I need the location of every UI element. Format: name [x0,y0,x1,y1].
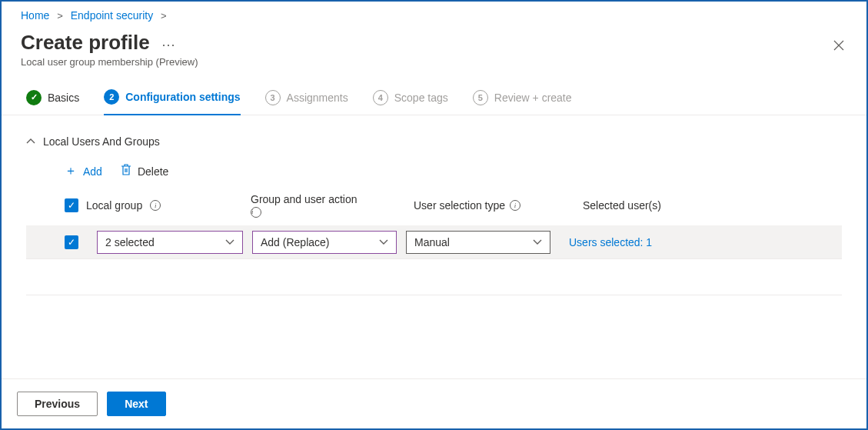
select-all-checkbox[interactable]: ✓ [65,198,78,212]
selected-users-link[interactable]: Users selected: 1 [560,236,652,248]
localgroup-dropdown[interactable]: 2 selected [97,231,243,254]
dropdown-value: Add (Replace) [261,236,330,248]
step-basics[interactable]: ✓ Basics [26,90,79,115]
previous-button[interactable]: Previous [17,392,98,416]
step-number: 3 [265,90,281,105]
chevron-down-icon [225,238,234,247]
wizard-steps: ✓ Basics 2 Configuration settings 3 Assi… [2,80,866,115]
column-action: Group and user action [251,193,358,205]
row-checkbox[interactable]: ✓ [65,235,78,249]
step-configuration-settings[interactable]: 2 Configuration settings [104,89,240,115]
dropdown-value: 2 selected [105,236,155,248]
step-review-create[interactable]: 5 Review + create [473,90,572,115]
content-area: Local Users And Groups ＋ Add Delete ✓ Lo… [2,115,866,275]
next-button[interactable]: Next [107,392,165,416]
info-icon[interactable]: i [251,207,261,218]
column-selected: Selected user(s) [583,199,661,212]
table-row: ✓ 2 selected Add (Replace) Manual Users … [26,225,842,259]
close-icon [833,39,845,52]
step-number: 2 [104,89,119,105]
breadcrumb-endpoint-security[interactable]: Endpoint security [71,9,153,22]
delete-button[interactable]: Delete [121,163,168,179]
section-title: Local Users And Groups [43,135,160,148]
footer: Previous Next [2,378,866,428]
divider [26,295,842,295]
chevron-up-icon [26,136,35,147]
dropdown-value: Manual [414,236,450,248]
columns-header: ✓ Local group i Group and user action i … [26,193,842,225]
more-actions-button[interactable]: ··· [162,37,176,52]
page-header: Create profile ··· Local user group memb… [2,25,866,80]
chevron-down-icon [379,238,388,247]
info-icon[interactable]: i [150,200,161,211]
chevron-right-icon: > [57,10,63,22]
close-button[interactable] [833,38,845,54]
add-button[interactable]: ＋ Add [65,163,102,179]
step-number: 5 [473,90,488,105]
page-subtitle: Local user group membership (Preview) [21,56,847,68]
step-scope-tags[interactable]: 4 Scope tags [373,90,448,115]
add-label: Add [83,165,102,178]
step-label: Configuration settings [125,91,240,103]
page-title: Create profile [21,31,150,55]
step-number: 4 [373,90,388,105]
step-label: Assignments [287,92,348,104]
step-label: Basics [48,92,79,104]
step-label: Review + create [494,92,572,104]
chevron-right-icon: > [161,10,167,22]
step-assignments[interactable]: 3 Assignments [265,90,348,115]
chevron-down-icon [533,238,542,247]
toolbar: ＋ Add Delete [26,163,842,193]
breadcrumb: Home > Endpoint security > [2,2,866,25]
trash-icon [121,164,131,179]
checkmark-icon: ✓ [26,90,42,105]
delete-label: Delete [138,165,168,178]
info-icon[interactable]: i [510,200,520,211]
usertype-dropdown[interactable]: Manual [406,231,550,254]
section-toggle-local-users-groups[interactable]: Local Users And Groups [26,131,842,163]
plus-icon: ＋ [65,163,77,179]
column-usertype: User selection type [414,199,505,212]
action-dropdown[interactable]: Add (Replace) [252,231,397,254]
breadcrumb-home[interactable]: Home [21,9,49,22]
step-label: Scope tags [394,92,448,104]
column-localgroup: Local group [86,199,142,212]
